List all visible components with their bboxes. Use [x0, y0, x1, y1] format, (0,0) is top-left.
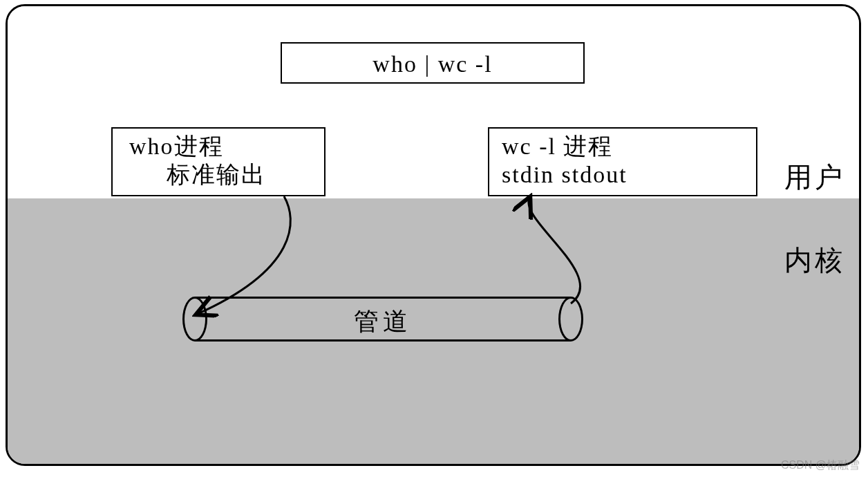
kernel-label: 内核 — [784, 241, 845, 279]
command-box: who | wc -l — [281, 42, 585, 84]
who-process-title: who进程 — [125, 133, 224, 159]
wc-process-title: wc -l 进程 — [502, 133, 613, 159]
user-label: 用户 — [784, 158, 845, 196]
command-text: who | wc -l — [372, 51, 492, 77]
pipe: 管道 — [182, 297, 583, 342]
who-process-stdout: 标准输出 — [125, 162, 266, 187]
pipe-label: 管道 — [182, 305, 583, 339]
wc-process-box: wc -l 进程 stdin stdout — [488, 127, 757, 196]
wc-process-stdio: stdin stdout — [502, 162, 628, 187]
watermark: CSDN @椿融雪 — [781, 458, 860, 473]
diagram-frame: who | wc -l who进程 标准输出 wc -l 进程 stdin st… — [6, 4, 861, 466]
who-process-box: who进程 标准输出 — [111, 127, 326, 196]
